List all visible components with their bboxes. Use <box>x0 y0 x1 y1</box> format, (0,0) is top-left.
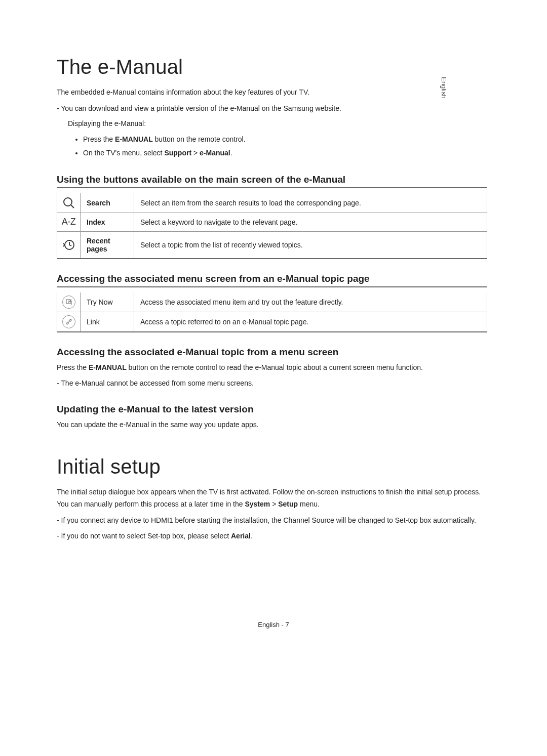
svg-line-1 <box>71 205 74 208</box>
from-menu-note: The e-Manual cannot be accessed from som… <box>57 377 487 390</box>
link-desc: Access a topic referred to on an e-Manua… <box>134 312 487 332</box>
text: Press the <box>83 135 115 143</box>
text: . <box>230 149 232 157</box>
e-manual-button-label: E-MANUAL <box>115 135 153 143</box>
recent-icon <box>57 231 81 259</box>
link-icon <box>57 312 81 332</box>
update-para: You can update the e-Manual in the same … <box>57 419 487 431</box>
text: . <box>251 532 253 540</box>
update-heading: Updating the e-Manual to the latest vers… <box>57 404 487 415</box>
index-icon: A-Z <box>57 213 81 231</box>
table-row: Recent pages Select a topic from the lis… <box>57 231 487 259</box>
text: > <box>191 149 200 157</box>
text: Press the <box>57 363 89 371</box>
page-footer: English - 7 <box>0 621 547 628</box>
display-heading: Displaying the e-Manual: <box>57 118 487 130</box>
text: If you do not want to select Set-top box… <box>61 532 231 540</box>
from-menu-para: Press the E-MANUAL button on the remote … <box>57 362 487 374</box>
try-now-desc: Access the associated menu item and try … <box>134 292 487 312</box>
try-now-label: Try Now <box>81 292 134 312</box>
text: button on the remote control to read the… <box>127 363 423 371</box>
heading-initial-setup: Initial setup <box>57 455 487 478</box>
index-desc: Select a keyword to navigate to the rele… <box>134 213 487 231</box>
from-menu-heading: Accessing the associated e-Manual topic … <box>57 347 487 358</box>
buttons-heading: Using the buttons available on the main … <box>57 174 487 188</box>
display-step-1: Press the E-MANUAL button on the remote … <box>83 133 487 146</box>
text: > <box>270 500 278 508</box>
search-desc: Select an item from the search results t… <box>134 193 487 213</box>
emanual-label: e-Manual <box>200 149 230 157</box>
table-row: Search Select an item from the search re… <box>57 193 487 213</box>
setup-label: Setup <box>278 500 298 508</box>
buttons-table: Search Select an item from the search re… <box>57 193 487 259</box>
manual-page: English The e-Manual The embedded e-Manu… <box>0 0 547 756</box>
table-row: Link Access a topic referred to on an e-… <box>57 312 487 332</box>
table-row: A-Z Index Select a keyword to navigate t… <box>57 213 487 231</box>
link-label: Link <box>81 312 134 332</box>
recent-label: Recent pages <box>81 231 134 259</box>
index-label: Index <box>81 213 134 231</box>
text: menu. <box>298 500 320 508</box>
download-note: You can download and view a printable ve… <box>57 103 487 115</box>
system-label: System <box>245 500 270 508</box>
e-manual-button-label: E-MANUAL <box>89 363 127 371</box>
emanual-intro: The embedded e-Manual contains informati… <box>57 87 487 99</box>
heading-emanual: The e-Manual <box>57 56 487 78</box>
try-now-icon <box>57 292 81 312</box>
access-heading: Accessing the associated menu screen fro… <box>57 273 487 287</box>
search-label: Search <box>81 193 134 213</box>
initial-setup-para: The initial setup dialogue box appears w… <box>57 486 487 511</box>
text: On the TV's menu, select <box>83 149 164 157</box>
recent-desc: Select a topic from the list of recently… <box>134 231 487 259</box>
svg-line-5 <box>68 321 70 323</box>
initial-setup-note1: If you connect any device to HDMI1 befor… <box>57 515 487 527</box>
search-icon <box>57 193 81 213</box>
language-tab: English <box>440 77 448 99</box>
initial-setup-note2: If you do not want to select Set-top box… <box>57 530 487 542</box>
access-table: Try Now Access the associated menu item … <box>57 292 487 332</box>
display-step-2: On the TV's menu, select Support > e-Man… <box>83 146 487 160</box>
table-row: Try Now Access the associated menu item … <box>57 292 487 312</box>
display-steps: Press the E-MANUAL button on the remote … <box>83 133 487 159</box>
support-label: Support <box>164 149 191 157</box>
text: button on the remote control. <box>153 135 246 143</box>
svg-point-0 <box>64 198 72 206</box>
aerial-label: Aerial <box>231 532 251 540</box>
